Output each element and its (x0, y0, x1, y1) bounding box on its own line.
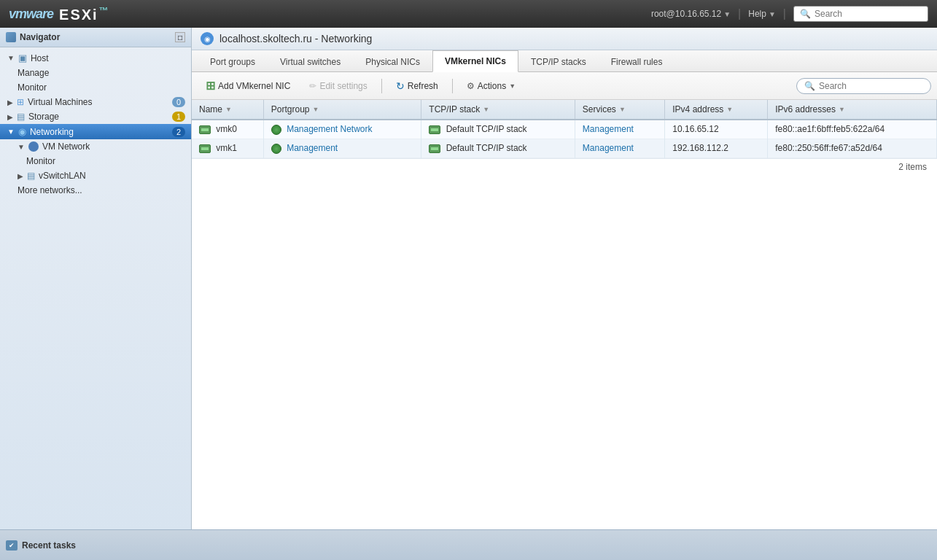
tab-firewall-rules[interactable]: Firewall rules (599, 51, 675, 72)
vmk0-tcp: Default TCP/IP stack (446, 124, 527, 134)
cell-services-vmk1: Management (575, 139, 664, 158)
top-search-box[interactable]: 🔍 (793, 6, 928, 22)
cell-ipv6-vmk0: fe80::ae1f:6bff:feb5:622a/64 (768, 120, 937, 139)
vmk0-name: vmk0 (216, 124, 237, 134)
help-label: Help (748, 9, 766, 19)
topbar-right: root@10.16.65.12 ▼ | Help ▼ | 🔍 (651, 6, 928, 22)
vswitchlan-expand-arrow: ▶ (18, 172, 23, 180)
content-area: ◉ localhost.skoltech.ru - Networking Por… (192, 28, 937, 529)
sidebar-item-vm-network-monitor[interactable]: Monitor (0, 154, 191, 168)
vmware-logo: vmware (9, 7, 53, 22)
main-container: Navigator □ ▼ ▣ Host Manage Monitor ▶ ⊞ (0, 28, 937, 529)
col-header-ipv4[interactable]: IPv4 address ▼ (665, 100, 768, 120)
topbar-divider1: | (738, 7, 741, 20)
vmk1-ipv6: fe80::250:56ff:fe67:a52d/64 (775, 143, 882, 153)
edit-icon: ✏ (309, 81, 316, 91)
tcp-icon-vmk1 (429, 144, 440, 153)
tab-virtual-switches[interactable]: Virtual switches (268, 51, 353, 72)
networking-expand-arrow: ▼ (7, 128, 15, 136)
sidebar-item-vm-network[interactable]: ▼ VM Network (0, 139, 191, 154)
vm-network-label: VM Network (42, 141, 90, 152)
actions-gear-icon: ⚙ (467, 81, 475, 91)
toolbar-search-box[interactable]: 🔍 (796, 78, 931, 94)
tab-physical-nics[interactable]: Physical NICs (353, 51, 432, 72)
sidebar-item-networking[interactable]: ▼ ◉ Networking 2 (0, 124, 191, 139)
user-info[interactable]: root@10.16.65.12 ▼ (651, 9, 731, 19)
col-header-portgroup[interactable]: Portgroup ▼ (263, 100, 421, 120)
vm-expand-arrow: ▶ (7, 98, 13, 106)
more-networks-label: More networks... (18, 185, 82, 195)
sort-arrow-ipv6: ▼ (839, 106, 845, 113)
add-vmkernel-nic-button[interactable]: ⊞ Add VMkernel NIC (198, 75, 298, 96)
table-row[interactable]: vmk0 Management Network Default TCP/IP s… (192, 120, 937, 139)
cell-ipv4-vmk0: 10.16.65.12 (665, 120, 768, 139)
col-header-ipv6[interactable]: IPv6 addresses ▼ (768, 100, 937, 120)
sort-arrow-tcp-ip: ▼ (483, 106, 489, 113)
cell-services-vmk0: Management (575, 120, 664, 139)
help-button[interactable]: Help ▼ (748, 9, 776, 19)
sidebar-item-manage[interactable]: Manage (0, 66, 191, 80)
vm-label: Virtual Machines (28, 97, 93, 107)
cell-ipv4-vmk1: 192.168.112.2 (665, 139, 768, 158)
cell-tcp-vmk1: Default TCP/IP stack (421, 139, 575, 158)
tab-vmkernel-nics[interactable]: VMkernel NICs (432, 50, 518, 72)
navigator-header: Navigator □ (0, 28, 191, 47)
refresh-button[interactable]: ↻ Refresh (388, 77, 446, 96)
cell-tcp-vmk0: Default TCP/IP stack (421, 120, 575, 139)
refresh-label: Refresh (408, 81, 438, 91)
sidebar-item-host[interactable]: ▼ ▣ Host (0, 50, 191, 66)
tab-tcp-ip-stacks[interactable]: TCP/IP stacks (518, 51, 599, 72)
vmk0-portgroup[interactable]: Management Network (287, 124, 372, 134)
content-header-icon: ◉ (201, 32, 214, 45)
navigator-title: Navigator (6, 32, 60, 42)
edit-settings-button[interactable]: ✏ Edit settings (301, 77, 375, 95)
navigator-expand-button[interactable]: □ (175, 32, 185, 42)
sidebar-item-vswitchlan[interactable]: ▶ ▤ vSwitchLAN (0, 168, 191, 183)
sidebar-item-storage[interactable]: ▶ ▤ Storage 1 (0, 109, 191, 124)
vmk0-ipv6: fe80::ae1f:6bff:feb5:622a/64 (775, 124, 884, 134)
content-header: ◉ localhost.skoltech.ru - Networking (192, 28, 937, 50)
sort-arrow-ipv4: ▼ (726, 106, 733, 113)
vmk1-portgroup[interactable]: Management (287, 143, 338, 153)
esxi-logo: ESXi™ (59, 5, 110, 23)
vmk1-services[interactable]: Management (583, 143, 634, 153)
globe-icon-vmk1 (271, 144, 281, 154)
tcp-icon-vmk0 (429, 125, 440, 134)
top-search-input[interactable] (814, 9, 922, 19)
vmk1-name: vmk1 (216, 143, 237, 153)
sidebar-item-monitor[interactable]: Monitor (0, 80, 191, 95)
col-header-name[interactable]: Name ▼ (192, 100, 263, 120)
bottom-bar: ✔ Recent tasks (0, 529, 937, 560)
sidebar-item-virtual-machines[interactable]: ▶ ⊞ Virtual Machines 0 (0, 95, 191, 109)
tab-port-groups[interactable]: Port groups (198, 51, 268, 72)
vmkernel-icon (199, 125, 211, 134)
networking-label: Networking (30, 127, 74, 137)
actions-label: Actions (478, 81, 506, 91)
refresh-icon: ↻ (396, 80, 405, 92)
vswitchlan-label: vSwitchLAN (39, 171, 86, 181)
topbar-divider2: | (783, 7, 786, 20)
user-dropdown-arrow: ▼ (723, 10, 731, 18)
recent-tasks-icon: ✔ (6, 540, 18, 551)
vm-badge: 0 (172, 97, 185, 107)
col-header-services[interactable]: Services ▼ (575, 100, 664, 120)
actions-dropdown-arrow: ▼ (509, 82, 516, 90)
sidebar: Navigator □ ▼ ▣ Host Manage Monitor ▶ ⊞ (0, 28, 192, 529)
table-body: vmk0 Management Network Default TCP/IP s… (192, 120, 937, 158)
monitor-label: Monitor (18, 82, 47, 93)
search-icon: 🔍 (800, 9, 811, 19)
col-header-tcp-ip[interactable]: TCP/IP stack ▼ (421, 100, 575, 120)
sort-arrow-services: ▼ (619, 106, 626, 113)
vmk0-services[interactable]: Management (583, 124, 634, 134)
sidebar-item-more-networks[interactable]: More networks... (0, 183, 191, 198)
vm-icon: ⊞ (17, 97, 24, 107)
vm-network-expand-arrow: ▼ (18, 143, 25, 151)
sort-arrow-portgroup: ▼ (313, 106, 319, 113)
table-row[interactable]: vmk1 Management Default TCP/IP stack Man… (192, 139, 937, 158)
cell-name-vmk1: vmk1 (192, 139, 263, 158)
edit-label: Edit settings (319, 81, 367, 91)
storage-icon: ▤ (17, 112, 25, 122)
toolbar-search-input[interactable] (819, 81, 923, 91)
toolbar: ⊞ Add VMkernel NIC ✏ Edit settings ↻ Ref… (192, 72, 937, 100)
actions-button[interactable]: ⚙ Actions ▼ (459, 77, 524, 95)
